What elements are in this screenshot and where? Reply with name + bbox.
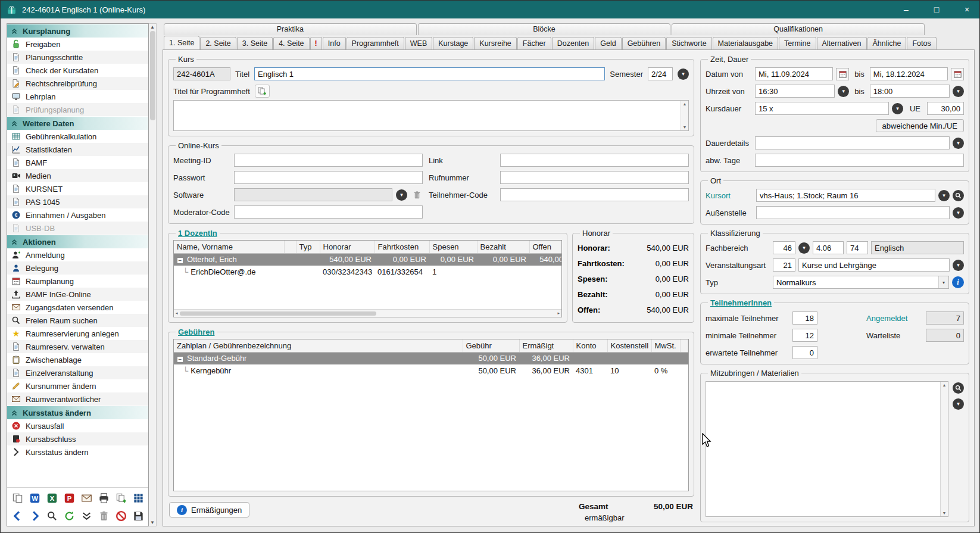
sidebar-item-kursstatus-aendern[interactable]: Kursstatus ändern [7, 445, 148, 459]
print-button[interactable] [95, 490, 112, 506]
fachbereich-dropdown-icon[interactable]: ▾ [798, 242, 810, 254]
calendar-icon[interactable] [951, 68, 964, 80]
sidebar-item-kursabschluss[interactable]: Kursabschluss [7, 432, 148, 445]
max-teilnehmer-field[interactable]: 18 [792, 311, 817, 325]
pdf-export-button[interactable] [61, 490, 77, 506]
clipboard-pages-button[interactable] [9, 490, 26, 506]
tab-aehnliche[interactable]: Ähnliche [867, 37, 907, 49]
kursdauer-dropdown-icon[interactable]: ▾ [892, 103, 903, 114]
link-input[interactable] [500, 154, 689, 167]
back-button[interactable] [9, 508, 26, 524]
tab-dozenten[interactable]: Dozenten [552, 37, 595, 49]
tab-group-qualifikationen[interactable]: Qualifikationen [672, 23, 925, 35]
titel-input[interactable]: Englisch 1 [254, 67, 605, 80]
sidebar-item-gebuehrenkalkulation[interactable]: Gebührenkalkulation [7, 130, 148, 143]
forward-button[interactable] [26, 508, 43, 524]
sidebar-item-rechtschreibpruefung[interactable]: Rechtschreibprüfung [7, 77, 148, 90]
datum-von-field[interactable]: Mi, 11.09.2024 [755, 67, 833, 80]
excel-export-button[interactable] [43, 490, 60, 506]
semester-dropdown-icon[interactable]: ▾ [678, 68, 689, 80]
expander-icon[interactable]: − [177, 257, 183, 264]
teilnehmer-code-input[interactable] [500, 188, 689, 201]
kursdauer-field[interactable]: 15 x [755, 102, 889, 115]
uhrzeit-bis-dropdown-icon[interactable]: ▾ [953, 86, 964, 97]
fachbereich-code-field[interactable]: 4.06 [813, 241, 844, 254]
sidebar-item-raumplanung[interactable]: Raumplanung [7, 275, 148, 288]
veranstaltungsart-field[interactable]: Kurse und Lehrgänge [798, 258, 950, 272]
sidebar-item-lehrplan[interactable]: Lehrplan [7, 90, 148, 103]
kursort-dropdown-icon[interactable]: ▾ [938, 190, 950, 201]
aussenstelle-dropdown-icon[interactable]: ▾ [953, 207, 964, 219]
sidebar-item-kursausfall[interactable]: Kursausfall [7, 419, 148, 432]
tab-3-seite[interactable]: 3. Seite [237, 37, 273, 49]
kursnummer-field[interactable]: 242-4601A [173, 67, 230, 80]
dozent-row[interactable]: −Otterhof, Erich 540,00 EUR 0,00 EUR 0,0… [174, 253, 562, 266]
word-export-button[interactable] [26, 490, 43, 506]
gebuehren-header-link[interactable]: Gebühren [176, 328, 217, 336]
grid-view-button[interactable] [130, 490, 146, 506]
dozenten-header-link[interactable]: 1 DozentIn [176, 229, 220, 238]
moderator-code-input[interactable] [234, 205, 423, 219]
tab-fotos[interactable]: Fotos [907, 37, 936, 49]
kursort-link[interactable]: Kursort [706, 191, 753, 200]
fachbereich-sub-field[interactable]: 74 [847, 241, 868, 254]
dauerdetails-field[interactable] [755, 136, 950, 149]
sidebar-item-planungsschritte[interactable]: Planungsschritte [7, 51, 148, 64]
dauerdetails-dropdown-icon[interactable]: ▾ [953, 138, 964, 149]
uhrzeit-von-field[interactable]: 16:30 [755, 85, 835, 98]
tab-info[interactable]: Info [323, 37, 346, 49]
tab-4-seite[interactable]: 4. Seite [273, 37, 309, 49]
tab-gebuehren[interactable]: Gebühren [622, 37, 666, 49]
maximize-button[interactable]: □ [924, 1, 949, 18]
scrollbar-thumb[interactable] [180, 311, 376, 316]
sidebar-scrollbar[interactable]: ▲ ▼ [149, 23, 157, 526]
tab-stichworte[interactable]: Stichworte [666, 37, 711, 49]
expander-icon[interactable]: − [177, 356, 183, 363]
chevron-down-icon[interactable]: ▾ [938, 276, 948, 288]
software-delete-icon[interactable] [411, 189, 423, 201]
tab-1-seite[interactable]: 1. Seite [164, 36, 199, 49]
tab-kurstage[interactable]: Kurstage [433, 37, 473, 49]
gebuehr-row-standard[interactable]: −Standard-Gebühr 50,00 EUR 36,00 EUR [174, 352, 688, 364]
sidebar-section-header-weitere-daten[interactable]: Weitere Daten [7, 116, 148, 130]
tab-web[interactable]: WEB [405, 37, 432, 49]
sidebar-item-bamf-inge-online[interactable]: BAMF InGe-Online [7, 288, 148, 301]
ermaessigungen-button[interactable]: i Ermäßigungen [169, 502, 249, 518]
software-dropdown-icon[interactable]: ▾ [396, 189, 407, 201]
zoom-button[interactable] [43, 508, 60, 524]
rufnummer-input[interactable] [500, 171, 689, 184]
sidebar-section-header-aktionen[interactable]: Aktionen [7, 235, 148, 248]
sidebar-item-kursnet[interactable]: KURSNET [7, 182, 148, 195]
minimize-button[interactable]: – [894, 1, 919, 18]
collapse-panel-button[interactable] [78, 508, 95, 524]
sidebar-item-zugangsdaten-versenden[interactable]: Zugangsdaten versenden [7, 301, 148, 314]
scroll-up-icon[interactable]: ▲ [150, 24, 155, 30]
sidebar-section-header-kursstatus[interactable]: Kursstatus ändern [7, 406, 148, 419]
erwartete-teilnehmer-field[interactable]: 0 [792, 346, 817, 359]
sidebar-section-header-kursplanung[interactable]: Kursplanung [7, 24, 148, 38]
materialien-scrollbar[interactable]: ▲ ▼ [940, 382, 948, 516]
veranstaltungsart-dropdown-icon[interactable]: ▾ [953, 260, 964, 271]
scroll-down-icon[interactable]: ▼ [150, 520, 155, 525]
refresh-button[interactable] [61, 508, 77, 524]
sidebar-item-raumreservierung-anlegen[interactable]: ★Raumreservierung anlegen [7, 327, 148, 340]
gebuehr-row-kerngebuehr[interactable]: └Kerngebühr 50,00 EUR 36,00 EUR 4301 10 … [174, 364, 688, 377]
datum-bis-field[interactable]: Mi, 18.12.2024 [870, 67, 948, 80]
tab-programmheft[interactable]: Programmheft [347, 37, 404, 49]
sidebar-item-einzelveranstaltung[interactable]: Einzelveranstaltung [7, 366, 148, 379]
kursort-field[interactable]: vhs-Haus; 1.Stock; Raum 16 [756, 189, 935, 202]
uhrzeit-bis-field[interactable]: 18:00 [870, 85, 950, 98]
tab-2-seite[interactable]: 2. Seite [200, 37, 236, 49]
fachbereich-nr-field[interactable]: 46 [773, 241, 795, 254]
sidebar-item-raumverantwortlicher[interactable]: Raumverantwortlicher [7, 392, 148, 406]
materialien-textarea[interactable]: ▲ ▼ [706, 381, 948, 517]
sidebar-item-check-der-kursdaten[interactable]: Check der Kursdaten [7, 64, 148, 77]
calendar-icon[interactable] [836, 68, 849, 80]
sidebar-item-anmeldung[interactable]: Anmeldung [7, 248, 148, 261]
tab-warning[interactable]: ! [310, 37, 322, 49]
tab-materialausgabe[interactable]: Materialausgabe [713, 37, 778, 49]
materialien-dropdown-icon[interactable]: ▾ [953, 398, 964, 410]
ue-field[interactable]: 30,00 [927, 102, 964, 115]
tab-group-bloecke[interactable]: Blöcke [418, 23, 671, 35]
materialien-search-icon[interactable] [953, 382, 964, 394]
